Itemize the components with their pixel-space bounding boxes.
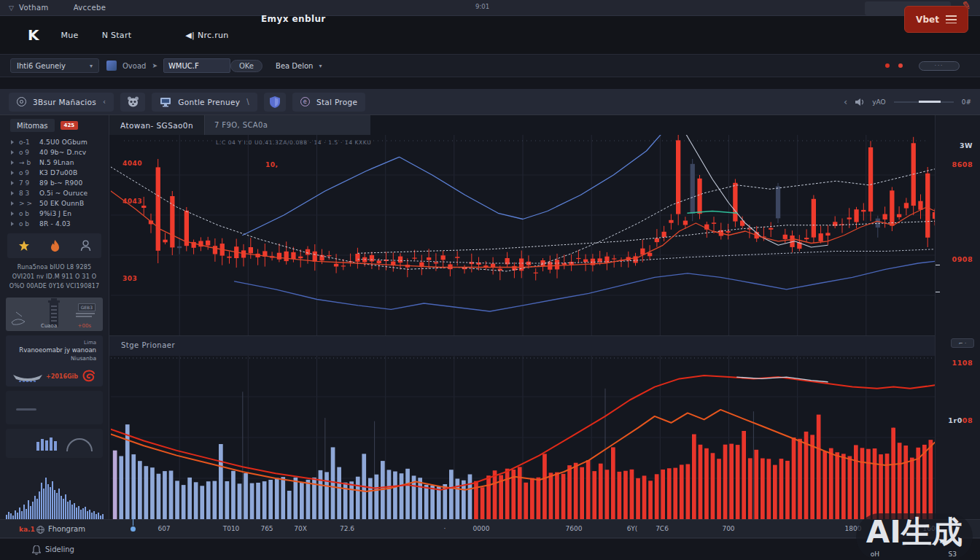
histogram-bar xyxy=(74,503,75,519)
histogram-bar xyxy=(56,493,58,519)
histogram-bar xyxy=(36,499,38,519)
watermark-sub-left: oH xyxy=(871,551,879,558)
watchlist-item-name: K3 D7u00B xyxy=(39,169,77,176)
titlebar-menu-1[interactable]: Mue xyxy=(61,31,79,40)
alert-dot-2 xyxy=(898,63,903,68)
building-card-value: +00s xyxy=(78,323,91,329)
watchlist-item[interactable]: 8 3O.5i ~ Ouruce xyxy=(0,188,109,198)
watchlist-item-name: 89 b-~ R900 xyxy=(39,179,82,187)
user-dropdown[interactable]: Bea Delon ▾ xyxy=(276,62,322,70)
breadcrumb[interactable]: Ovoad ➤ xyxy=(122,62,158,70)
mini-card[interactable] xyxy=(6,391,103,424)
toolbar-group-stats[interactable]: e Stal Proge xyxy=(292,93,365,112)
watchlist-badge: 425 xyxy=(61,121,79,130)
mini-pill-button[interactable]: ··· xyxy=(919,61,960,71)
histogram-bar xyxy=(67,502,69,519)
zoom-slider[interactable] xyxy=(894,101,954,103)
menubar-item-2[interactable]: Avccebe xyxy=(74,4,106,12)
watchlist-item-name: 4.5U0 OGbum xyxy=(39,139,88,146)
filterbar: Ihti6 Geuneiy ▾ Ovoad ➤ OKe Bea Delon ▾ … xyxy=(0,54,980,77)
titlebar-menu-2[interactable]: N Start xyxy=(102,31,132,40)
chart-tab-active[interactable]: Atowan- SGSao0n xyxy=(109,115,204,135)
time-axis: ka.1 Fhongram 607T01076570X72.6·00007600… xyxy=(0,519,980,538)
watchlist-item-code: o 9 xyxy=(19,149,34,156)
network-status-label[interactable]: Fhongram xyxy=(48,525,85,533)
category-dropdown-label: Ihti6 Geuneiy xyxy=(17,62,66,70)
note-line-2: OVI201 nv ID.M 911 O 31 O xyxy=(6,272,103,281)
panel2-title: Stge Prionaer xyxy=(121,341,175,349)
status-label[interactable]: Sideling xyxy=(45,545,74,553)
watchlist-item[interactable]: o-14.5U0 OGbum xyxy=(0,137,109,147)
price-axis: ⌐ · 3W8608090811081r008 xyxy=(935,115,980,519)
watchlist-item[interactable]: → bN.5 9Lnan xyxy=(0,158,109,168)
caret-right-icon xyxy=(11,140,14,144)
promo-line-2: Rvanoeomabr jy wanoan xyxy=(12,346,96,354)
histogram-bar xyxy=(30,506,31,519)
watchlist-item[interactable]: 7 989 b-~ R900 xyxy=(0,178,109,188)
watchlist-item-code: 8 3 xyxy=(19,190,34,197)
alert-dot-1 xyxy=(885,63,890,68)
sidebar-tab-watchlist[interactable]: Mitomas xyxy=(10,119,55,132)
chart-tabstrip: Atowan- SGSao0n 7 F9O, SCA0a xyxy=(109,115,370,135)
medal-icon[interactable] xyxy=(18,240,31,252)
panel2-control-button[interactable]: ⌐ · xyxy=(951,338,974,348)
volume-chart[interactable] xyxy=(111,356,935,519)
monitor-icon xyxy=(160,97,171,107)
watchlist-item[interactable]: o b9%i3 J En xyxy=(0,209,109,219)
building-card[interactable]: GEB3 Cuaoa +00s xyxy=(6,298,103,331)
flame-icon[interactable] xyxy=(50,240,60,252)
category-dropdown[interactable]: Ihti6 Geuneiy ▾ xyxy=(10,58,99,73)
zoom-slider-handle[interactable] xyxy=(919,101,941,103)
watchlist-item-name: 50 EK OunnB xyxy=(39,200,84,207)
window-menu-icon: ▽ xyxy=(9,4,14,12)
stream-label[interactable]: ◀| Nrc.run xyxy=(185,31,228,40)
histogram-bar xyxy=(76,508,77,519)
watchlist-item[interactable]: o 9K3 D7u00B xyxy=(0,168,109,178)
app-icon[interactable] xyxy=(106,61,117,71)
histogram-bar xyxy=(91,513,93,519)
time-tick-label: 700 xyxy=(722,525,734,532)
candlestick-chart[interactable] xyxy=(111,135,935,335)
toolbar-group-positions[interactable]: 3Bsur Mañacios ‹ xyxy=(9,93,114,112)
watermark: AI生成 oH S3 xyxy=(856,513,973,560)
bell-icon[interactable] xyxy=(32,545,41,555)
histogram-bar xyxy=(102,514,104,519)
speaker-icon[interactable] xyxy=(855,98,864,106)
breadcrumb-label: Ovoad xyxy=(122,62,146,70)
watchlist-item[interactable]: o b8R - 4.03 xyxy=(0,219,109,229)
histogram-bar xyxy=(26,509,27,519)
sidebar-note: Runa5noa bIUO L8 9285 OVI201 nv ID.M 911… xyxy=(6,262,103,291)
promo-card[interactable]: Lima Rvanoeomabr jy wanoan Niusanba +201… xyxy=(6,335,103,386)
toolbar-group-monitor[interactable]: Gontle Prenuey \ xyxy=(152,93,257,112)
watchlist-item[interactable]: > >50 EK OunnB xyxy=(0,198,109,209)
watermark-text: AI生成 xyxy=(866,515,962,550)
chart-card[interactable] xyxy=(6,429,103,458)
shield-icon-button[interactable] xyxy=(264,93,286,112)
chevron-down-icon: ▾ xyxy=(90,63,93,69)
sidebar: Mitomas 425 o-14.5U0 OGbumo 940 9b~ D.nc… xyxy=(0,115,109,519)
note-line-1: Runa5noa bIUO L8 9285 xyxy=(6,262,103,272)
panda-icon-button[interactable] xyxy=(120,93,145,112)
latency-value: ka.1 xyxy=(19,526,35,533)
dish-icon xyxy=(12,372,44,384)
time-tick-label: 6Y( xyxy=(627,525,638,532)
promo-line-1: Lima xyxy=(12,340,96,346)
toolbar-group-monitor-label: Gontle Prenuey xyxy=(178,98,240,106)
chart-area: Atowan- SGSao0n 7 F9O, SCA0a L:C 04 Y I:… xyxy=(109,115,980,519)
main-area: Mitomas 425 o-14.5U0 OGbumo 940 9b~ D.nc… xyxy=(0,115,980,519)
search-input[interactable] xyxy=(163,58,230,73)
ok-button[interactable]: OKe xyxy=(230,60,262,72)
watchlist-item[interactable]: o 940 9b~ D.ncv xyxy=(0,147,109,158)
breadcrumb-arrow-icon: ➤ xyxy=(152,62,158,69)
watermark-sub-right: S3 xyxy=(949,551,957,558)
caret-right-icon xyxy=(11,181,14,185)
menubar-item-1[interactable]: Votham xyxy=(19,4,49,12)
crosshair-dot[interactable] xyxy=(131,526,136,532)
target-icon xyxy=(17,97,26,106)
zoom-chevron-icon[interactable]: ‹ xyxy=(844,96,847,107)
person-icon[interactable] xyxy=(80,240,91,252)
vbet-button[interactable]: Vbet xyxy=(904,6,968,33)
axis-label: 1r008 xyxy=(948,416,973,424)
chart-tab-range[interactable]: 7 F9O, SCA0a xyxy=(204,115,277,135)
watchlist: o-14.5U0 OGbumo 940 9b~ D.ncv→ bN.5 9Lna… xyxy=(0,136,109,229)
